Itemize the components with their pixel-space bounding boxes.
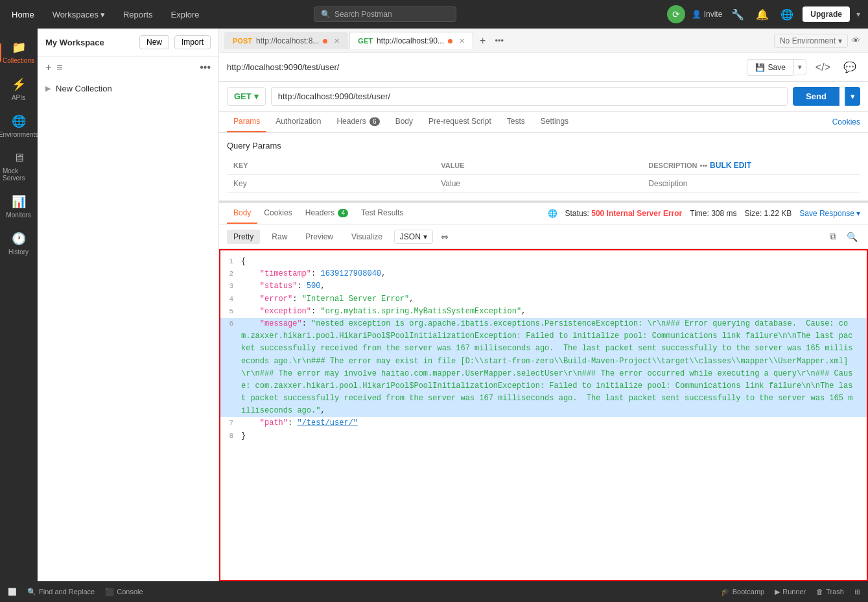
sidebar-toggle-button[interactable]: ⬜ (8, 588, 17, 596)
workspaces-chevron-icon: ▾ (100, 10, 105, 19)
nav-explore[interactable]: Explore (167, 7, 204, 22)
bootcamp-label: Bootcamp (733, 588, 765, 596)
settings-icon[interactable]: 🔧 (729, 6, 747, 23)
fmt-pretty[interactable]: Pretty (227, 230, 260, 244)
new-button[interactable]: New (139, 35, 169, 49)
main-layout: 📁 Collections ⚡ APIs 🌐 Environments 🖥 Mo… (0, 29, 868, 581)
method-selector[interactable]: GET ▾ (227, 87, 266, 106)
value-input[interactable] (441, 179, 635, 188)
req-tab-body[interactable]: Body (389, 112, 419, 132)
nav-reports[interactable]: Reports (119, 7, 157, 22)
params-table: KEY VALUE DESCRIPTION ••• Bulk Edit (227, 157, 860, 193)
env-selector-label: No Environment (780, 36, 836, 45)
tab-post-close[interactable]: ✕ (334, 37, 340, 45)
collections-toolbar: + ≡ ••• (38, 56, 218, 78)
globe-icon: 🌐 (548, 209, 557, 218)
history-icon: 🕐 (12, 232, 26, 246)
env-eye-button[interactable]: 👁 (849, 33, 863, 48)
search-response-button[interactable]: 🔍 (844, 229, 860, 245)
sidebar-item-environments[interactable]: 🌐 Environments (0, 108, 37, 145)
runner-label: Runner (782, 588, 806, 596)
key-column-header: KEY (227, 157, 434, 175)
import-button[interactable]: Import (174, 35, 211, 49)
main-content: POST http://localhost:8... ✕ GET http://… (219, 29, 868, 581)
save-response-button[interactable]: Save Response ▾ (799, 209, 860, 218)
request-bar: http://localhost:9090/test/user/ 💾 Save … (219, 53, 868, 82)
save-icon: 💾 (755, 63, 765, 72)
trash-button[interactable]: 🗑 Trash (816, 588, 844, 596)
json-line-8: 8 } (220, 430, 867, 442)
tab-get[interactable]: GET http://localhost:90... ✕ (349, 32, 473, 49)
response-tabs-bar: Body Cookies Headers 4 Test Results 🌐 St… (219, 203, 868, 224)
tab-get-close[interactable]: ✕ (459, 37, 465, 45)
profile-icon[interactable]: 🌐 (778, 6, 796, 23)
req-tab-prerequest[interactable]: Pre-request Script (422, 112, 498, 132)
tab-overflow-button[interactable]: ••• (492, 33, 506, 48)
comment-button[interactable]: 💬 (839, 58, 860, 76)
req-tab-authorization[interactable]: Authorization (269, 112, 327, 132)
req-tab-settings[interactable]: Settings (534, 112, 575, 132)
cookies-link[interactable]: Cookies (832, 117, 860, 126)
collection-chevron-icon: ▶ (45, 84, 51, 93)
format-type-selector[interactable]: JSON ▾ (394, 230, 433, 244)
fmt-raw[interactable]: Raw (265, 230, 294, 244)
fmt-preview[interactable]: Preview (299, 230, 340, 244)
save-chevron-button[interactable]: ▾ (793, 59, 806, 75)
resp-tab-body[interactable]: Body (227, 203, 257, 224)
bell-icon[interactable]: 🔔 (753, 6, 771, 23)
send-chevron-button[interactable]: ▾ (845, 87, 860, 106)
invite-button[interactable]: 👤 Invite (692, 10, 723, 19)
response-format-bar: Pretty Raw Preview Visualize JSON ▾ ⇔ ⧉ … (219, 224, 868, 249)
collection-item[interactable]: ▶ New Collection (38, 78, 218, 99)
nav-expand-icon[interactable]: ▾ (856, 10, 860, 19)
resp-tab-headers[interactable]: Headers 4 (299, 203, 355, 224)
sidebar-item-mock-servers[interactable]: 🖥 Mock Servers (0, 145, 37, 188)
description-input[interactable] (648, 179, 854, 188)
new-tab-button[interactable]: + (475, 32, 491, 49)
resp-tab-test-results[interactable]: Test Results (355, 203, 410, 224)
workspace-title: My Workspace (45, 38, 134, 47)
copy-response-button[interactable]: ⧉ (827, 228, 839, 245)
resp-tab-cookies[interactable]: Cookies (257, 203, 298, 224)
layout-button[interactable]: ⊞ (854, 588, 860, 596)
mock-servers-label: Mock Servers (3, 167, 34, 182)
sort-button[interactable]: ≡ (56, 62, 62, 73)
sidebar-item-history[interactable]: 🕐 History (0, 225, 37, 262)
json-response-body[interactable]: 1 { 2 "timestamp": 1639127908040, 3 "sta… (219, 249, 868, 581)
wrap-text-button[interactable]: ⇔ (438, 229, 451, 245)
sidebar-header: My Workspace New Import (38, 29, 218, 56)
upgrade-button[interactable]: Upgrade (803, 6, 850, 22)
bulk-edit-button[interactable]: Bulk Edit (710, 161, 751, 170)
runner-button[interactable]: ▶ Runner (775, 588, 806, 596)
method-url-row: GET ▾ Send ▾ (219, 82, 868, 112)
req-tab-headers[interactable]: Headers 6 (330, 112, 386, 132)
params-row-empty (227, 175, 860, 193)
params-more-icon[interactable]: ••• (700, 162, 708, 169)
send-button[interactable]: Send (793, 87, 839, 106)
console-button[interactable]: ⬛ Console (105, 588, 143, 596)
nav-home[interactable]: Home (8, 7, 38, 22)
tab-post[interactable]: POST http://localhost:8... ✕ (224, 32, 348, 49)
save-main-button[interactable]: 💾 Save (747, 59, 793, 76)
resp-headers-badge: 4 (338, 209, 348, 217)
key-input[interactable] (233, 179, 428, 188)
search-icon: 🔍 (321, 10, 331, 19)
more-options-button[interactable]: ••• (200, 62, 211, 73)
save-button-group: 💾 Save ▾ (747, 59, 806, 76)
response-area: Body Cookies Headers 4 Test Results 🌐 St… (219, 200, 868, 581)
sidebar-item-monitors[interactable]: 📊 Monitors (0, 188, 37, 225)
environment-selector[interactable]: No Environment ▾ (774, 34, 848, 48)
nav-workspaces[interactable]: Workspaces ▾ (49, 7, 109, 22)
sync-button[interactable]: ⟳ (667, 5, 685, 23)
find-replace-button[interactable]: 🔍 Find and Replace (27, 588, 95, 596)
sidebar-item-collections[interactable]: 📁 Collections (0, 34, 37, 71)
req-tab-tests[interactable]: Tests (500, 112, 532, 132)
code-button[interactable]: </> (812, 59, 834, 76)
bootcamp-button[interactable]: 🎓 Bootcamp (721, 588, 765, 596)
search-bar[interactable]: 🔍 Search Postman (314, 6, 456, 22)
add-collection-button[interactable]: + (45, 62, 51, 73)
req-tab-params[interactable]: Params (227, 112, 266, 132)
fmt-visualize[interactable]: Visualize (345, 230, 389, 244)
sidebar-item-apis[interactable]: ⚡ APIs (0, 71, 37, 108)
url-input[interactable] (271, 87, 788, 106)
